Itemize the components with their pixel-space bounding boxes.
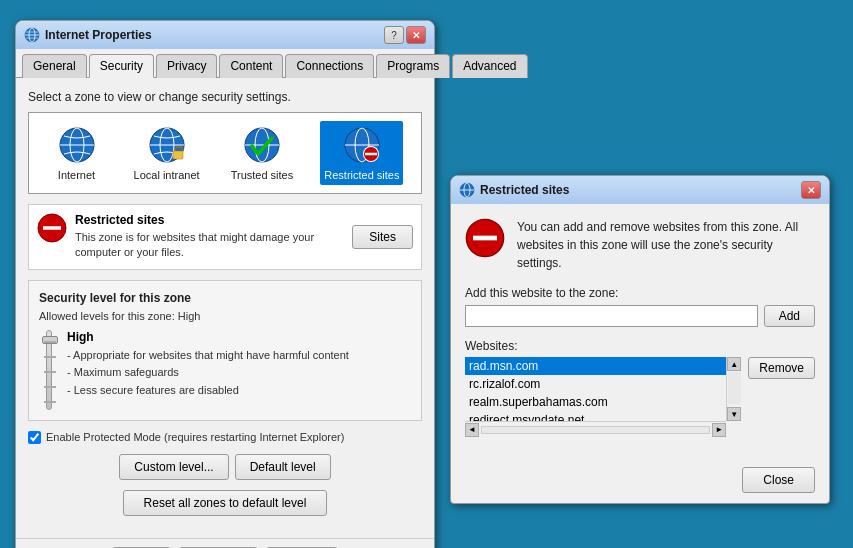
zone-local-intranet[interactable]: Local intranet [130, 121, 204, 185]
zone-info-desc: This zone is for websites that might dam… [75, 230, 344, 261]
scroll-left-btn[interactable]: ◄ [465, 423, 479, 437]
title-bar-left: Internet Properties [24, 27, 152, 43]
reset-btn-row: Reset all zones to default level [28, 490, 422, 516]
popup-close-x-button[interactable]: ✕ [801, 181, 821, 199]
popup-no-entry-icon [465, 218, 505, 258]
tab-security[interactable]: Security [89, 54, 154, 78]
zone-restricted-label: Restricted sites [324, 169, 399, 181]
tab-privacy[interactable]: Privacy [156, 54, 217, 78]
list-item[interactable]: rad.msn.com [465, 357, 742, 375]
websites-label: Websites: [465, 339, 815, 353]
zone-restricted[interactable]: Restricted sites [320, 121, 403, 185]
level-detail-2: - Less secure features are disabled [67, 382, 411, 400]
trusted-icon [242, 125, 282, 165]
main-window-title: Internet Properties [45, 28, 152, 42]
protected-mode-row: Enable Protected Mode (requires restarti… [28, 431, 422, 444]
add-website-input[interactable] [465, 305, 758, 327]
add-zone-row: Add [465, 305, 815, 327]
zone-info-section: Restricted sites This zone is for websit… [28, 204, 422, 270]
popup-close-row: Close [451, 461, 829, 503]
security-level-box: Security level for this zone Allowed lev… [28, 280, 422, 421]
popup-window: Restricted sites ✕ You can add and remov… [450, 175, 830, 504]
level-content: High - Appropriate for websites that mig… [39, 330, 411, 410]
protected-mode-checkbox[interactable] [28, 431, 41, 444]
allowed-levels: Allowed levels for this zone: High [39, 310, 411, 322]
level-name: High [67, 330, 411, 344]
protected-mode-label: Enable Protected Mode (requires restarti… [46, 431, 344, 443]
zone-label: Select a zone to view or change security… [28, 90, 422, 104]
popup-content: You can add and remove websites from thi… [451, 204, 829, 461]
popup-info-text: You can add and remove websites from thi… [517, 218, 815, 272]
popup-title-bar-left: Restricted sites [459, 182, 569, 198]
zone-trusted[interactable]: Trusted sites [227, 121, 298, 185]
add-website-button[interactable]: Add [764, 305, 815, 327]
popup-close-button[interactable]: Close [742, 467, 815, 493]
level-buttons: Custom level... Default level [28, 454, 422, 480]
reset-all-button[interactable]: Reset all zones to default level [123, 490, 328, 516]
level-text-area: High - Appropriate for websites that mig… [67, 330, 411, 400]
remove-button[interactable]: Remove [748, 357, 815, 379]
scroll-down-btn[interactable]: ▼ [727, 407, 741, 421]
scrollbar-vertical[interactable]: ▲ ▼ [726, 357, 742, 421]
custom-level-button[interactable]: Custom level... [119, 454, 228, 480]
help-button[interactable]: ? [384, 26, 404, 44]
zone-trusted-label: Trusted sites [231, 169, 294, 181]
title-bar-buttons: ? ✕ [384, 26, 426, 44]
window-content: Select a zone to view or change security… [16, 78, 434, 538]
dialog-buttons: OK Cancel Apply [16, 538, 434, 548]
level-detail-1: - Maximum safeguards [67, 364, 411, 382]
slider-track [46, 330, 52, 410]
add-zone-label: Add this website to the zone: [465, 286, 815, 300]
ie-icon [24, 27, 40, 43]
zone-internet[interactable]: Internet [47, 121, 107, 185]
websites-area: rad.msn.com rc.rizalof.com realm.superba… [465, 357, 815, 437]
local-intranet-icon [147, 125, 187, 165]
level-detail-0: - Appropriate for websites that might ha… [67, 347, 411, 365]
level-slider[interactable] [39, 330, 59, 410]
tab-programs[interactable]: Programs [376, 54, 450, 78]
security-level-title: Security level for this zone [39, 291, 411, 305]
tab-content[interactable]: Content [219, 54, 283, 78]
sites-button[interactable]: Sites [352, 225, 413, 249]
websites-list: rad.msn.com rc.rizalof.com realm.superba… [465, 357, 742, 422]
scrollbar-horizontal[interactable]: ◄ ► [465, 421, 726, 437]
list-item[interactable]: rc.rizalof.com [465, 375, 742, 393]
close-button[interactable]: ✕ [406, 26, 426, 44]
websites-list-wrapper: rad.msn.com rc.rizalof.com realm.superba… [465, 357, 742, 437]
scroll-thumb [728, 372, 741, 404]
default-level-button[interactable]: Default level [235, 454, 331, 480]
popup-title: Restricted sites [480, 183, 569, 197]
websites-list-scroll[interactable]: rad.msn.com rc.rizalof.com realm.superba… [465, 357, 742, 422]
main-window: Internet Properties ? ✕ General Security… [15, 20, 435, 548]
tab-advanced[interactable]: Advanced [452, 54, 527, 78]
tab-connections[interactable]: Connections [285, 54, 374, 78]
internet-icon [57, 125, 97, 165]
popup-title-buttons: ✕ [801, 181, 821, 199]
tab-general[interactable]: General [22, 54, 87, 78]
websites-right-buttons: Remove [748, 357, 815, 437]
scroll-right-btn[interactable]: ► [712, 423, 726, 437]
scroll-h-thumb [481, 426, 710, 434]
popup-ie-icon [459, 182, 475, 198]
list-item[interactable]: realm.superbahamas.com [465, 393, 742, 411]
zone-info-name: Restricted sites [75, 213, 344, 227]
tabs-row: General Security Privacy Content Connect… [16, 49, 434, 78]
svg-rect-11 [173, 151, 183, 159]
popup-info-row: You can add and remove websites from thi… [465, 218, 815, 272]
main-title-bar: Internet Properties ? ✕ [16, 21, 434, 49]
restricted-icon [342, 125, 382, 165]
zone-info-icon [37, 213, 67, 243]
zone-internet-label: Internet [58, 169, 95, 181]
zones-box: Internet Local intranet [28, 112, 422, 194]
zone-info-text: Restricted sites This zone is for websit… [75, 213, 344, 261]
scroll-up-btn[interactable]: ▲ [727, 357, 741, 371]
popup-title-bar: Restricted sites ✕ [451, 176, 829, 204]
zone-local-intranet-label: Local intranet [134, 169, 200, 181]
